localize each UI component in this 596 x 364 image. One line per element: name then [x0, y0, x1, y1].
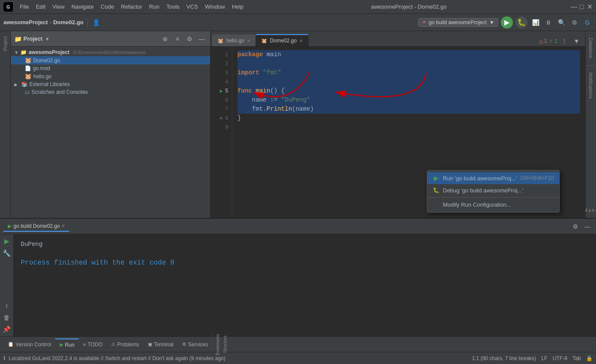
- menu-tools[interactable]: Tools: [163, 2, 183, 12]
- btab-problems[interactable]: ⚠ Problems: [107, 339, 144, 350]
- run-tab-close[interactable]: ✕: [61, 224, 65, 228]
- run-tab-label: go build Dome02.go: [13, 223, 60, 229]
- breadcrumb-file[interactable]: Dome02.go: [53, 19, 83, 26]
- btab-todo[interactable]: ≡ TODO: [79, 339, 107, 350]
- status-left: ℹ Localized GoLand 2022.2.4 is available…: [3, 355, 225, 361]
- tab-dome02-close[interactable]: ✕: [299, 38, 303, 43]
- close-button[interactable]: ✕: [586, 4, 593, 10]
- btab-version-control-label: Version Control: [16, 342, 51, 348]
- run-sort-button[interactable]: ↕: [2, 300, 12, 310]
- run-trash-button[interactable]: 🗑: [2, 312, 12, 322]
- project-panel: 📁 Project ▼ ⊕ ≡ ⚙ — ▼ 📁 awesomeProject D…: [11, 31, 211, 218]
- tree-item-gomod[interactable]: 📄 go.mod: [11, 64, 210, 72]
- gomod-filename: go.mod: [33, 65, 50, 71]
- bottom-panel-controls: ⚙ —: [570, 221, 593, 232]
- bottom-tabs-bar: ▶ go build Dome02.go ✕ ⚙ —: [0, 219, 596, 234]
- menu-edit[interactable]: Edit: [32, 2, 49, 12]
- editor-expand-button[interactable]: ▼: [571, 36, 582, 46]
- project-hide-button[interactable]: —: [196, 34, 207, 44]
- line-num-3: 3: [225, 68, 228, 77]
- tree-item-hellogo[interactable]: 🐹 hello.go: [11, 72, 210, 80]
- settings-button[interactable]: ⚙: [569, 17, 580, 28]
- program-output: DuPeng: [21, 239, 589, 249]
- tab-dome02[interactable]: 🐹 Dome02.go ✕: [256, 34, 308, 46]
- toolbar: awesomeProject › Dome02.go 👤 ✕ go build …: [0, 14, 596, 31]
- bookmarks-tab[interactable]: Bookmarks: [215, 333, 221, 356]
- project-locate-button[interactable]: ⊕: [160, 34, 170, 44]
- tab-hellogo[interactable]: 🐹 hello.go ✕: [212, 35, 256, 46]
- goland-icon[interactable]: G: [582, 17, 593, 28]
- go-file-icon2: 🐹: [25, 73, 32, 80]
- run-configuration[interactable]: ✕ go build awesomeProject ▼: [418, 18, 498, 27]
- menu-help[interactable]: Help: [228, 2, 247, 12]
- tree-item-extlibs[interactable]: ▶ 📚 External Libraries: [11, 80, 210, 88]
- ctx-run-icon: ▶: [433, 175, 439, 182]
- code-container[interactable]: 1 2 3 4 5 ▶ 6 7 8 ⊟ 9: [211, 47, 585, 218]
- tab-hellogo-close[interactable]: ✕: [247, 38, 250, 43]
- search-everywhere-button[interactable]: 🔍: [556, 17, 567, 28]
- hellogo-filename: hello.go: [33, 73, 51, 80]
- terminal-icon: ▣: [148, 342, 152, 347]
- bottom-minimize-button[interactable]: —: [582, 221, 593, 232]
- run-play-button[interactable]: ▶: [2, 236, 12, 246]
- btab-version-control[interactable]: 📋 Version Control: [3, 339, 55, 350]
- window-controls: — □ ✕: [571, 4, 593, 10]
- line-separator: LF: [542, 355, 548, 361]
- line-num-5: 5 ▶: [225, 86, 228, 96]
- extlibs-icon: 📚: [21, 81, 28, 87]
- toolbar-right: ✕ go build awesomeProject ▼ ▶ 🐛 📊 ⏸ 🔍 ⚙ …: [418, 16, 593, 29]
- run-config-dropdown-icon[interactable]: ▼: [489, 19, 494, 26]
- menu-refactor[interactable]: Refactor: [118, 2, 146, 12]
- process-result: Process finished with the exit code 0: [21, 258, 589, 269]
- btab-terminal[interactable]: ▣ Terminal: [144, 339, 178, 350]
- tree-item-root[interactable]: ▼ 📁 awesomeProject D:\Environment\GoWork…: [11, 48, 210, 56]
- person-icon[interactable]: 👤: [91, 17, 101, 28]
- sidebar-tab-project[interactable]: Project: [1, 33, 9, 54]
- ctx-modify-item[interactable]: Modify Run Configuration...: [427, 198, 559, 211]
- debug-button[interactable]: 🐛: [516, 16, 528, 29]
- right-sidebar: Database Notifications M a k e: [585, 31, 596, 218]
- menu-window[interactable]: Window: [202, 2, 228, 12]
- lock-icon: 🔒: [586, 355, 593, 361]
- menu-vcs[interactable]: VCS: [183, 2, 202, 12]
- sidebar-tab-database[interactable]: Database: [587, 35, 595, 62]
- bottom-tab-run[interactable]: ▶ go build Dome02.go ✕: [3, 221, 69, 232]
- indent-type: Tab: [573, 355, 581, 361]
- run-pin-button[interactable]: 📌: [2, 324, 12, 335]
- btab-run[interactable]: ▶ Run: [55, 338, 79, 351]
- run-button[interactable]: ▶: [501, 16, 513, 29]
- breadcrumb-project[interactable]: awesomeProject: [3, 19, 48, 26]
- coverage-button[interactable]: 📊: [530, 17, 541, 28]
- menu-file[interactable]: File: [16, 2, 32, 12]
- menu-view[interactable]: View: [49, 2, 68, 12]
- project-gear-button[interactable]: ⚙: [184, 34, 195, 44]
- file-encoding: UTF-8: [553, 355, 567, 361]
- project-collapse-button[interactable]: ≡: [172, 34, 183, 44]
- right-sidebar-sep: [586, 65, 596, 66]
- line-num-4: 4: [225, 77, 228, 86]
- structure-tab[interactable]: Structure: [222, 335, 228, 354]
- project-title: Project: [23, 35, 42, 42]
- ctx-debug-item[interactable]: 🐛 Debug 'go build awesomeProj...': [427, 184, 559, 196]
- run-wrench-button[interactable]: 🔧: [2, 248, 12, 259]
- editor-settings-button[interactable]: ⋮: [559, 36, 570, 46]
- bottom-settings-button[interactable]: ⚙: [570, 221, 580, 232]
- ctx-run-item[interactable]: ▶ Run 'go build awesomeProj...' Ctrl+Shi…: [427, 172, 559, 184]
- btab-services[interactable]: ⚙ Services: [178, 339, 212, 350]
- svg-text:G: G: [6, 5, 10, 10]
- project-name: awesomeProject: [29, 49, 70, 55]
- tree-item-dome02[interactable]: 🐹 Dome02.go: [11, 56, 210, 64]
- profiler-button[interactable]: ⏸: [543, 17, 554, 28]
- ctx-run-label: Run 'go build awesomeProj...': [443, 175, 517, 182]
- maximize-button[interactable]: □: [579, 4, 585, 10]
- sidebar-tab-notifications[interactable]: Notifications: [587, 69, 595, 102]
- tree-item-scratches[interactable]: 🗂 Scratches and Consoles: [11, 88, 210, 96]
- cursor-position: 1:1 (90 chars, 7 line breaks): [472, 355, 536, 361]
- project-header: 📁 Project ▼ ⊕ ≡ ⚙ —: [11, 31, 210, 47]
- menu-code[interactable]: Code: [97, 2, 118, 12]
- menu-run[interactable]: Run: [146, 2, 163, 12]
- context-menu: ▶ Run 'go build awesomeProj...' Ctrl+Shi…: [427, 170, 560, 213]
- menu-navigate[interactable]: Navigate: [68, 2, 97, 12]
- minimize-button[interactable]: —: [571, 4, 577, 10]
- string-fmt: "fmt": [263, 68, 281, 77]
